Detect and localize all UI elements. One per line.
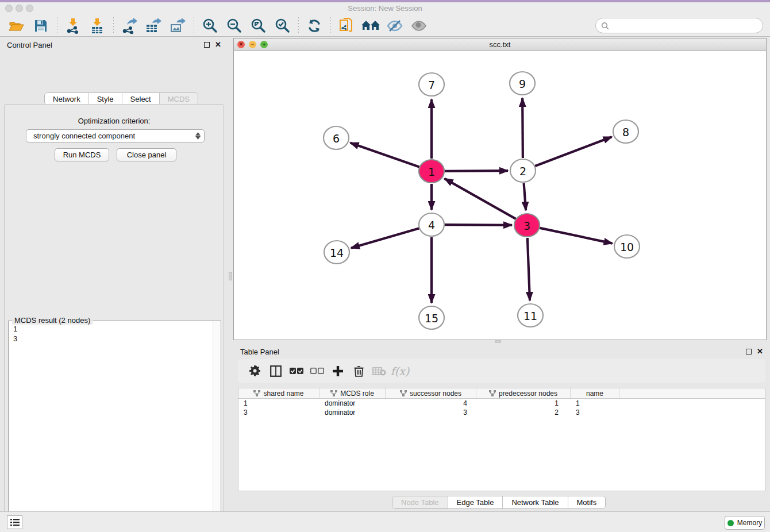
table-row[interactable]: 1 dominator 4 1 1 bbox=[238, 399, 765, 408]
column-header-shared-name[interactable]: shared name bbox=[238, 388, 319, 398]
node-label: 15 bbox=[425, 312, 438, 325]
zoom-selected-button[interactable] bbox=[272, 17, 292, 35]
tab-network[interactable]: Network bbox=[45, 93, 89, 105]
tab-mcds[interactable]: MCDS bbox=[160, 93, 198, 105]
column-header-predecessor-nodes[interactable]: predecessor nodes bbox=[476, 388, 571, 398]
import-table-button[interactable] bbox=[87, 17, 107, 35]
add-column-button[interactable] bbox=[328, 363, 348, 380]
edge-1-6[interactable] bbox=[351, 143, 420, 167]
cell-mcds-role[interactable]: dominator bbox=[319, 408, 386, 417]
close-panel-icon[interactable]: ✕ bbox=[215, 42, 221, 48]
export-table-button[interactable] bbox=[144, 17, 163, 35]
zoom-in-button[interactable] bbox=[200, 17, 220, 35]
cell-successor-nodes[interactable]: 3 bbox=[386, 408, 476, 417]
tab-motifs[interactable]: Motifs bbox=[568, 496, 606, 508]
node-label: 11 bbox=[523, 310, 537, 322]
result-scrollbar[interactable] bbox=[213, 321, 221, 532]
splitter-handle[interactable] bbox=[495, 340, 501, 343]
column-header-mcds-role[interactable]: MCDS role bbox=[319, 388, 386, 398]
zoom-fit-button[interactable] bbox=[248, 17, 268, 35]
edge-4-14[interactable] bbox=[351, 228, 419, 248]
float-panel-icon[interactable] bbox=[746, 349, 752, 354]
export-network-button[interactable] bbox=[120, 17, 139, 35]
tab-node-table[interactable]: Node Table bbox=[392, 496, 448, 508]
cell-mcds-role[interactable]: dominator bbox=[319, 399, 386, 408]
zoom-out-button[interactable] bbox=[224, 17, 244, 35]
delete-table-icon bbox=[372, 367, 386, 376]
zoom-out-icon bbox=[226, 18, 242, 34]
cell-predecessor-nodes[interactable]: 2 bbox=[476, 408, 571, 417]
tab-select[interactable]: Select bbox=[122, 93, 160, 105]
node-table: shared name MCDS role successor nodes pr… bbox=[238, 388, 765, 491]
toolbar-separator bbox=[56, 17, 57, 34]
tab-network-table[interactable]: Network Table bbox=[503, 496, 568, 508]
zoom-window-button[interactable] bbox=[26, 5, 33, 12]
plus-icon bbox=[333, 366, 343, 376]
delete-column-button[interactable] bbox=[348, 363, 369, 380]
maximize-network-button[interactable]: ＋ bbox=[260, 41, 268, 48]
cell-successor-nodes[interactable]: 4 bbox=[386, 399, 476, 408]
minimize-network-button[interactable]: − bbox=[249, 41, 256, 48]
table-settings-button[interactable] bbox=[245, 363, 265, 380]
edge-2-8[interactable] bbox=[535, 137, 612, 166]
network-window-titlebar[interactable]: ✕ − ＋ scc.txt bbox=[234, 38, 766, 51]
toolbar-separator bbox=[298, 17, 299, 34]
deselect-all-columns-button[interactable] bbox=[307, 363, 328, 380]
open-folder-icon bbox=[9, 19, 25, 33]
splitter-handle[interactable] bbox=[229, 272, 232, 280]
app-title: Session: New Session bbox=[0, 2, 770, 15]
refresh-view-button[interactable] bbox=[305, 17, 324, 35]
home-button[interactable] bbox=[361, 17, 380, 35]
cell-shared-name[interactable]: 1 bbox=[238, 399, 319, 408]
edge-2-9[interactable] bbox=[522, 98, 523, 158]
export-image-button[interactable] bbox=[168, 17, 187, 35]
optimization-criterion-label: Optimization criterion: bbox=[5, 117, 224, 125]
edge-4-3[interactable] bbox=[444, 225, 512, 225]
optimization-criterion-dropdown[interactable]: strongly connected component bbox=[26, 129, 205, 142]
table-header-row: shared name MCDS role successor nodes pr… bbox=[238, 388, 765, 399]
import-network-button[interactable] bbox=[63, 17, 83, 35]
manage-networks-button[interactable] bbox=[337, 17, 356, 35]
hide-selected-button[interactable] bbox=[385, 17, 405, 35]
memory-button[interactable]: Memory bbox=[725, 516, 765, 530]
vertical-splitter[interactable] bbox=[228, 37, 233, 510]
column-header-name[interactable]: name bbox=[571, 388, 619, 398]
columns-icon bbox=[270, 365, 282, 377]
close-panel-button[interactable]: Close panel bbox=[117, 148, 176, 161]
open-session-button[interactable] bbox=[7, 17, 26, 35]
float-panel-icon[interactable] bbox=[204, 42, 210, 48]
edge-3-1[interactable] bbox=[445, 179, 516, 219]
delete-table-button[interactable] bbox=[369, 363, 390, 380]
function-builder-button[interactable]: f(x) bbox=[390, 363, 410, 380]
close-network-button[interactable]: ✕ bbox=[237, 41, 245, 48]
mcds-result-text[interactable]: 1 3 bbox=[9, 323, 213, 532]
save-session-button[interactable] bbox=[31, 17, 51, 35]
table-row[interactable]: 3 dominator 3 2 3 bbox=[238, 408, 765, 417]
show-column-panel-button[interactable] bbox=[265, 363, 286, 380]
edge-2-3[interactable] bbox=[524, 183, 526, 210]
column-header-successor-nodes[interactable]: successor nodes bbox=[386, 388, 476, 398]
close-panel-icon[interactable]: ✕ bbox=[757, 349, 763, 354]
edge-3-10[interactable] bbox=[540, 228, 613, 244]
close-window-button[interactable] bbox=[5, 5, 13, 12]
node-label: 8 bbox=[622, 126, 629, 138]
network-canvas[interactable]: 7968124314101511 bbox=[234, 51, 766, 340]
show-all-button[interactable] bbox=[409, 17, 429, 35]
app-titlebar: Session: New Session bbox=[0, 2, 770, 15]
mcds-tab-content: Optimization criterion: strongly connect… bbox=[4, 104, 224, 532]
run-mcds-button[interactable]: Run MCDS bbox=[55, 148, 109, 161]
cell-shared-name[interactable]: 3 bbox=[238, 408, 319, 417]
search-field[interactable] bbox=[595, 18, 763, 33]
tab-style[interactable]: Style bbox=[89, 93, 122, 105]
select-all-columns-button[interactable] bbox=[286, 363, 307, 380]
search-input[interactable] bbox=[612, 21, 763, 30]
tab-edge-table[interactable]: Edge Table bbox=[448, 496, 503, 508]
cell-name[interactable]: 1 bbox=[571, 399, 619, 408]
cell-predecessor-nodes[interactable]: 1 bbox=[476, 399, 571, 408]
cell-name[interactable]: 3 bbox=[571, 408, 619, 417]
export-image-icon bbox=[170, 18, 186, 34]
task-history-button[interactable] bbox=[7, 515, 22, 529]
edge-1-2[interactable] bbox=[444, 171, 508, 171]
edge-3-11[interactable] bbox=[528, 238, 530, 300]
minimize-window-button[interactable] bbox=[16, 5, 23, 12]
